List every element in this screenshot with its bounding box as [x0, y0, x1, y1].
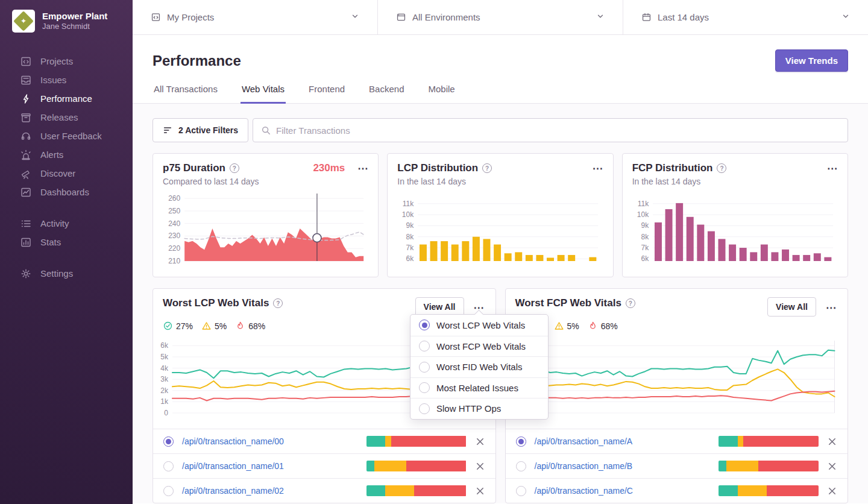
poor-stat: 68% — [588, 321, 618, 331]
chevron-down-icon — [841, 12, 850, 22]
sidebar-item-settings[interactable]: Settings — [0, 264, 133, 283]
date-range-selector[interactable]: Last 14 days — [623, 0, 868, 34]
sidebar-item-label: Performance — [40, 93, 92, 104]
vitals-breakdown-bar — [719, 461, 819, 471]
active-filters-button[interactable]: 2 Active Filters — [153, 118, 248, 142]
transaction-link[interactable]: /api/0/transaction_name/02 — [182, 486, 284, 496]
card-title: Worst LCP Web Vitals — [163, 297, 269, 309]
menu-item-label: Worst FCP Web Vitals — [436, 341, 526, 351]
context-menu-icon[interactable]: ⋯ — [826, 303, 837, 313]
sidebar-item-label: User Feedback — [40, 131, 102, 141]
tab-all-transactions[interactable]: All Transactions — [153, 80, 219, 104]
org-user: Jane Schmidt — [42, 22, 107, 31]
sidebar-item-projects[interactable]: Projects — [0, 52, 133, 71]
help-icon[interactable]: ? — [230, 163, 239, 173]
svg-text:5k: 5k — [160, 353, 168, 361]
check-circle-icon — [163, 321, 173, 331]
sidebar-item-label: Stats — [40, 237, 61, 247]
transaction-link[interactable]: /api/0/transaction_name/B — [535, 461, 633, 471]
card-title: p75 Duration — [163, 162, 225, 174]
warning-triangle-icon — [554, 321, 564, 331]
sidebar-item-releases[interactable]: Releases — [0, 108, 133, 127]
fcp-distribution-card: FCP Distribution ? ⋯ In the last 14 days… — [622, 153, 848, 277]
transaction-link[interactable]: /api/0/transaction_name/01 — [182, 461, 284, 471]
sidebar-item-discover[interactable]: Discover — [0, 164, 133, 183]
search-input[interactable] — [276, 125, 840, 136]
org-logo: ✦ — [12, 10, 35, 33]
context-menu-icon[interactable]: ⋯ — [827, 163, 838, 174]
menu-item-slow-http-ops[interactable]: Slow HTTP Ops — [410, 398, 548, 419]
project-selector[interactable]: My Projects — [133, 0, 377, 34]
svg-text:210: 210 — [168, 257, 180, 265]
help-icon[interactable]: ? — [273, 298, 283, 308]
sidebar-item-alerts[interactable]: Alerts — [0, 145, 133, 164]
help-icon[interactable]: ? — [626, 298, 635, 308]
radio-unselected[interactable] — [163, 461, 174, 471]
view-trends-button[interactable]: View Trends — [775, 49, 848, 72]
bar-chart-icon — [20, 236, 32, 248]
view-all-button[interactable]: View All — [767, 297, 816, 317]
poor-stat: 68% — [235, 321, 265, 331]
help-icon[interactable]: ? — [482, 163, 492, 173]
sidebar-item-performance[interactable]: Performance — [0, 89, 133, 108]
svg-text:0: 0 — [164, 409, 168, 417]
good-stat-value: 27% — [176, 321, 193, 331]
svg-text:11k: 11k — [403, 200, 414, 208]
transaction-link[interactable]: /api/0/transaction_name/00 — [182, 436, 284, 446]
sidebar-item-label: Projects — [40, 56, 73, 66]
card-subtitle: In the last 14 days — [632, 177, 838, 186]
radio-selected[interactable] — [516, 436, 526, 447]
context-menu-icon[interactable]: ⋯ — [593, 163, 603, 174]
radio-unselected — [419, 403, 430, 414]
transaction-row: /api/0/transaction_name/02 — [153, 478, 495, 503]
tab-frontend[interactable]: Frontend — [307, 80, 346, 104]
menu-item-label: Worst FID Web Vitals — [436, 362, 523, 372]
meh-stat-value: 5% — [215, 321, 227, 331]
close-icon[interactable] — [827, 436, 837, 447]
radio-selected[interactable] — [163, 436, 174, 447]
projects-icon — [20, 55, 32, 68]
tab-mobile[interactable]: Mobile — [427, 80, 456, 104]
close-icon[interactable] — [827, 461, 837, 471]
vitals-breakdown-bar — [719, 485, 819, 496]
svg-text:250: 250 — [168, 207, 180, 215]
sidebar-item-dashboards[interactable]: Dashboards — [0, 183, 133, 201]
sidebar-item-issues[interactable]: Issues — [0, 71, 133, 89]
svg-text:6k: 6k — [641, 254, 649, 263]
card-title: FCP Distribution — [632, 162, 713, 174]
context-menu-icon[interactable]: ⋯ — [357, 163, 368, 174]
org-switcher[interactable]: ✦ Empower Plant Jane Schmidt — [0, 0, 133, 33]
fcp-distribution-chart: 6k7k8k9k10k11k — [632, 190, 838, 268]
svg-text:6k: 6k — [406, 254, 415, 263]
meh-stat: 5% — [201, 321, 227, 331]
svg-text:230: 230 — [168, 232, 180, 240]
sidebar-item-user-feedback[interactable]: User Feedback — [0, 127, 133, 145]
radio-unselected[interactable] — [163, 486, 174, 496]
menu-item-worst-fid[interactable]: Worst FID Web Vitals — [410, 356, 548, 377]
menu-item-worst-fcp[interactable]: Worst FCP Web Vitals — [410, 336, 548, 357]
sidebar-item-label: Dashboards — [40, 187, 89, 197]
svg-text:8k: 8k — [641, 233, 649, 241]
transaction-link[interactable]: /api/0/transaction_name/C — [535, 486, 633, 496]
close-icon[interactable] — [827, 486, 837, 496]
tab-web-vitals[interactable]: Web Vitals — [241, 80, 286, 104]
menu-item-most-related-issues[interactable]: Most Related Issues — [410, 377, 548, 398]
close-icon[interactable] — [475, 461, 485, 471]
radio-unselected[interactable] — [516, 461, 526, 471]
close-icon[interactable] — [475, 436, 485, 447]
menu-item-worst-lcp[interactable]: Worst LCP Web Vitals — [410, 315, 548, 336]
radio-unselected[interactable] — [516, 486, 526, 496]
close-icon[interactable] — [475, 486, 485, 496]
sidebar-item-stats[interactable]: Stats — [0, 233, 133, 251]
help-icon[interactable]: ? — [717, 163, 726, 173]
svg-text:6k: 6k — [160, 341, 168, 350]
sidebar-item-activity[interactable]: Activity — [0, 214, 133, 233]
radio-unselected — [419, 341, 430, 351]
transaction-link[interactable]: /api/0/transaction_name/A — [535, 436, 633, 446]
date-range-label: Last 14 days — [658, 12, 709, 22]
environment-selector[interactable]: All Environments — [377, 0, 623, 34]
p75-value: 230ms — [313, 162, 345, 174]
tab-backend[interactable]: Backend — [368, 80, 405, 104]
sidebar-item-label: Activity — [40, 218, 69, 228]
sidebar-item-label: Issues — [40, 75, 66, 85]
